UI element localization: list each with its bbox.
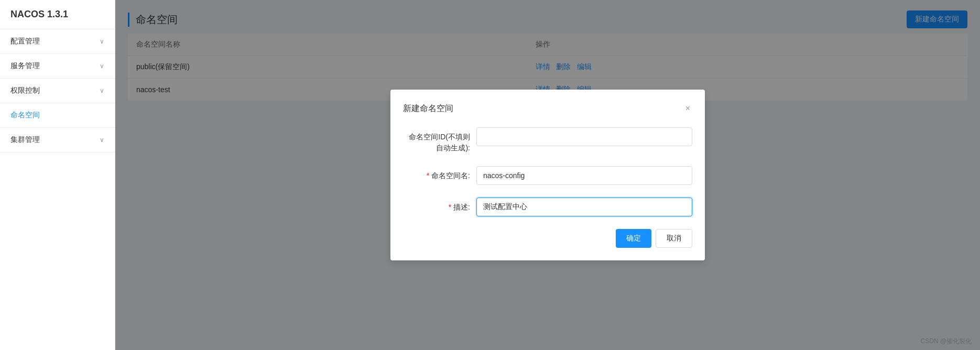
- app-logo: NACOS 1.3.1: [0, 0, 115, 29]
- namespace-name-label: *命名空间名:: [403, 166, 476, 181]
- form-row-id: 命名空间ID(不填则自动生成):: [403, 127, 692, 154]
- sidebar-item-service-label: 服务管理: [10, 61, 40, 71]
- sidebar-item-config-label: 配置管理: [10, 37, 40, 46]
- modal-title: 新建命名空间: [403, 103, 453, 114]
- cancel-button[interactable]: 取消: [656, 229, 692, 248]
- modal-footer: 确定 取消: [403, 229, 692, 248]
- app-title: NACOS 1.3.1: [10, 9, 68, 20]
- chevron-down-icon: ∨: [100, 87, 104, 94]
- form-row-desc: *描述:: [403, 198, 692, 216]
- sidebar-item-cluster-label: 集群管理: [10, 135, 40, 145]
- chevron-down-icon: ∨: [100, 136, 104, 144]
- form-row-name: *命名空间名:: [403, 166, 692, 185]
- sidebar-item-namespace[interactable]: 命名空间: [0, 103, 115, 128]
- modal-overlay: 新建命名空间 × 命名空间ID(不填则自动生成): *命名空间名:: [115, 0, 980, 350]
- modal-close-button[interactable]: ×: [683, 102, 692, 115]
- modal-header: 新建命名空间 ×: [403, 102, 692, 115]
- main-content: 命名空间 新建命名空间 命名空间名称 操作 public(保留空间) 详情 删除…: [115, 0, 980, 350]
- chevron-down-icon: ∨: [100, 62, 104, 70]
- sidebar-item-service[interactable]: 服务管理 ∨: [0, 54, 115, 79]
- confirm-button[interactable]: 确定: [616, 229, 651, 248]
- namespace-name-input[interactable]: [476, 166, 692, 185]
- chevron-down-icon: ∨: [100, 38, 104, 45]
- sidebar-item-cluster[interactable]: 集群管理 ∨: [0, 128, 115, 152]
- sidebar-item-config[interactable]: 配置管理 ∨: [0, 29, 115, 54]
- namespace-desc-label: *描述:: [403, 198, 476, 213]
- namespace-id-label: 命名空间ID(不填则自动生成):: [403, 127, 476, 154]
- namespace-id-input[interactable]: [476, 127, 692, 146]
- create-namespace-modal: 新建命名空间 × 命名空间ID(不填则自动生成): *命名空间名:: [390, 90, 705, 260]
- namespace-desc-input[interactable]: [476, 198, 692, 216]
- sidebar-item-auth[interactable]: 权限控制 ∨: [0, 79, 115, 103]
- sidebar-item-namespace-label: 命名空间: [10, 111, 40, 120]
- sidebar-item-auth-label: 权限控制: [10, 86, 40, 95]
- sidebar: NACOS 1.3.1 配置管理 ∨ 服务管理 ∨ 权限控制 ∨ 命名空间 集群…: [0, 0, 115, 350]
- sidebar-menu: 配置管理 ∨ 服务管理 ∨ 权限控制 ∨ 命名空间 集群管理 ∨: [0, 29, 115, 350]
